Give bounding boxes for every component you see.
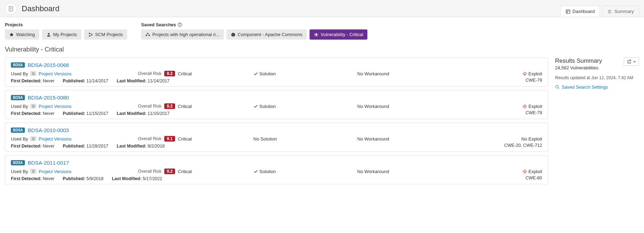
exploit-text: No Exploit	[521, 136, 542, 142]
svg-point-13	[91, 34, 92, 35]
search-icon	[555, 85, 560, 89]
chip-watching[interactable]: Watching	[5, 29, 39, 40]
last-modified: Last Modified: 5/17/2022	[112, 176, 162, 181]
export-icon	[627, 59, 632, 64]
project-versions-link[interactable]: Project Versions	[39, 136, 71, 142]
svg-point-22	[556, 85, 559, 88]
svg-point-12	[89, 35, 90, 36]
page-title: Dashboard	[22, 4, 60, 13]
bdsa-badge: BDSA	[11, 95, 25, 100]
scm-icon	[88, 32, 93, 37]
exploit-warning-icon	[522, 104, 527, 109]
check-icon	[254, 71, 258, 76]
vuln-link[interactable]: BDSA-2015-0068	[28, 62, 69, 68]
used-by-label: Used By	[11, 136, 28, 142]
published: Published: 5/9/2018	[63, 176, 103, 181]
section-heading: Vulnerability - Critical	[5, 46, 639, 53]
exploit-warning-icon	[522, 169, 527, 174]
tab-summary[interactable]: Summary	[602, 6, 639, 17]
chip-scm-projects[interactable]: SCM Projects	[84, 29, 127, 40]
used-by-count: 0	[30, 136, 36, 141]
saved-search-settings-link[interactable]: Saved Search Settings	[555, 84, 639, 90]
chip-projects-with-high-operational[interactable]: Projects with high operational ri...	[141, 29, 223, 40]
chip-my-projects[interactable]: My Projects	[42, 29, 81, 40]
last-modified: Last Modified: 9/2/2018	[117, 144, 165, 149]
workaround-text: No Workaround	[357, 136, 461, 142]
svg-point-17	[525, 74, 525, 75]
risk-score: 9.1	[164, 136, 175, 142]
help-icon[interactable]	[178, 22, 182, 27]
chip-label: My Projects	[53, 32, 77, 37]
solution-text: Solution	[259, 169, 276, 174]
tab-dashboard[interactable]: Dashboard	[560, 6, 600, 17]
chip-component-apache-commons[interactable]: Component - Apache Commons	[227, 29, 307, 40]
used-by-label: Used By	[11, 71, 28, 76]
vuln-card: BDSABDSA-2011-0017Used By0Project Versio…	[5, 155, 548, 184]
summary-updated: Results updated at Jun 12, 2024, 7:42 AM	[555, 75, 639, 80]
used-by-label: Used By	[11, 104, 28, 109]
first-detected: First Detected: Never	[11, 144, 54, 149]
svg-rect-4	[566, 9, 570, 13]
overall-risk-label: Overall Risk	[138, 136, 161, 141]
summary-icon	[607, 9, 612, 14]
risk-score: 9.2	[164, 103, 175, 109]
last-modified: Last Modified: 11/15/2017	[117, 111, 169, 116]
box-icon	[231, 32, 236, 37]
vuln-card: BDSABDSA-2015-0080Used By0Project Versio…	[5, 90, 548, 119]
used-by-count: 0	[30, 104, 36, 109]
first-detected: First Detected: Never	[11, 78, 54, 83]
used-by-label: Used By	[11, 169, 28, 174]
document-icon	[5, 3, 17, 15]
svg-point-11	[89, 33, 90, 34]
vuln-link[interactable]: BDSA-2010-0003	[28, 127, 69, 133]
chip-label: Component - Apache Commons	[238, 32, 303, 37]
risk-level: Critical	[178, 136, 192, 142]
risk-level: Critical	[178, 104, 192, 109]
chip-label: SCM Projects	[95, 32, 123, 37]
published: Published: 11/14/2017	[63, 78, 108, 83]
user-icon	[46, 32, 51, 37]
projects-label: Projects	[5, 22, 127, 27]
project-versions-link[interactable]: Project Versions	[39, 71, 71, 76]
chip-label: Watching	[16, 32, 35, 37]
overall-risk-label: Overall Risk	[138, 169, 161, 174]
chip-label: Projects with high operational ri...	[152, 32, 219, 37]
bdsa-badge: BDSA	[11, 62, 25, 68]
solution-text: Solution	[259, 71, 276, 76]
exploit-text: Exploit	[528, 104, 542, 109]
last-modified: Last Modified: 11/14/2017	[117, 78, 169, 83]
risk-level: Critical	[178, 169, 192, 174]
svg-line-23	[558, 88, 559, 89]
risk-score: 9.2	[164, 169, 175, 174]
overall-risk-label: Overall Risk	[138, 104, 161, 109]
vuln-link[interactable]: BDSA-2015-0080	[28, 95, 69, 101]
risk-level: Critical	[178, 71, 192, 76]
workaround-text: No Workaround	[357, 104, 461, 109]
workaround-text: No Workaround	[357, 169, 461, 174]
export-button[interactable]	[624, 57, 639, 66]
chip-vulnerability-critical[interactable]: Vulnerability - Critical	[310, 29, 368, 40]
tab-label: Dashboard	[573, 9, 595, 14]
check-icon	[254, 104, 258, 109]
used-by-count: 0	[30, 169, 36, 174]
overall-risk-label: Overall Risk	[138, 71, 161, 76]
project-versions-link[interactable]: Project Versions	[39, 169, 71, 174]
first-detected: First Detected: Never	[11, 176, 54, 181]
tab-label: Summary	[614, 9, 634, 14]
cubes-icon	[145, 32, 150, 37]
vuln-card: BDSABDSA-2010-0003Used By0Project Versio…	[5, 123, 548, 152]
chevron-down-icon	[633, 60, 636, 63]
solution-text: No Solution	[254, 136, 277, 142]
used-by-count: 0	[30, 71, 36, 76]
svg-point-21	[525, 172, 525, 172]
project-versions-link[interactable]: Project Versions	[39, 104, 71, 109]
svg-point-10	[48, 33, 49, 35]
summary-title: Results Summary	[555, 57, 602, 64]
exploit-text: Exploit	[528, 71, 542, 76]
saved-searches-label: Saved Searches	[141, 22, 367, 27]
bdsa-badge: BDSA	[11, 160, 25, 165]
vuln-link[interactable]: BDSA-2011-0017	[28, 160, 69, 166]
exploit-warning-icon	[522, 71, 527, 76]
svg-point-19	[525, 107, 525, 107]
vuln-card: BDSABDSA-2015-0068Used By0Project Versio…	[5, 57, 548, 87]
